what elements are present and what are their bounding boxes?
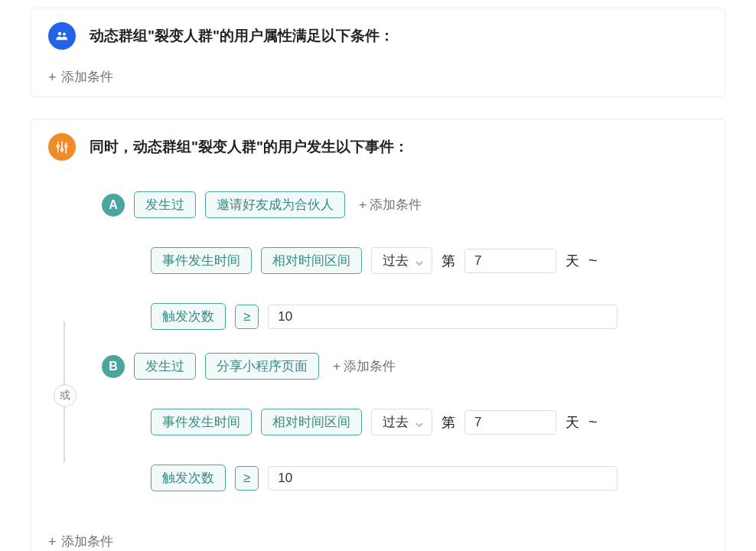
plus-icon: + xyxy=(48,70,57,84)
plus-icon: + xyxy=(333,359,341,374)
event-b-row3: 触发次数 ≥ xyxy=(151,465,618,491)
time-select-a[interactable]: 过去 xyxy=(371,247,432,274)
days-input-b[interactable] xyxy=(464,410,556,435)
chevron-down-icon xyxy=(415,256,424,266)
people-icon xyxy=(48,22,76,50)
ordinal-label-b: 第 xyxy=(442,413,455,432)
attributes-title: 动态群组"裂变人群"的用户属性满足以下条件： xyxy=(90,26,394,46)
event-a-row1: A 发生过 邀请好友成为合伙人 + 添加条件 xyxy=(102,191,618,218)
time-select-value-b: 过去 xyxy=(383,413,409,431)
chevron-down-icon xyxy=(415,418,424,427)
add-subcondition-label-b: 添加条件 xyxy=(344,357,396,375)
event-name-tag-a[interactable]: 邀请好友成为合伙人 xyxy=(205,191,345,218)
events-body: A 发生过 邀请好友成为合伙人 + 添加条件 事件发生时间 相对时间区间 过去 … xyxy=(31,168,725,522)
or-badge: 或 xyxy=(54,384,77,407)
event-block-b: B 发生过 分享小程序页面 + 添加条件 事件发生时间 相对时间区间 过去 第 … xyxy=(102,353,618,491)
time-select-value-a: 过去 xyxy=(383,252,409,269)
operator-tag-a[interactable]: ≥ xyxy=(235,305,259,329)
range-separator-b: ~ xyxy=(588,413,598,431)
ordinal-label-a: 第 xyxy=(442,252,455,270)
plus-icon: + xyxy=(359,197,367,213)
event-block-a: A 发生过 邀请好友成为合伙人 + 添加条件 事件发生时间 相对时间区间 过去 … xyxy=(102,191,618,330)
add-event-condition-label: 添加条件 xyxy=(61,533,113,550)
add-subcondition-b[interactable]: + 添加条件 xyxy=(333,357,396,375)
event-letter-b: B xyxy=(102,355,125,378)
days-unit-a: 天 xyxy=(565,252,579,270)
trigger-value-input-a[interactable] xyxy=(268,305,618,329)
time-mode-tag-b[interactable]: 相对时间区间 xyxy=(261,409,362,435)
add-subcondition-a[interactable]: + 添加条件 xyxy=(359,196,422,214)
event-name-tag-b[interactable]: 分享小程序页面 xyxy=(205,353,319,380)
occurred-tag-a[interactable]: 发生过 xyxy=(134,191,196,218)
trigger-value-input-b[interactable] xyxy=(268,466,618,491)
trigger-count-tag-b[interactable]: 触发次数 xyxy=(151,465,226,491)
days-input-a[interactable] xyxy=(464,249,556,273)
time-select-b[interactable]: 过去 xyxy=(371,409,432,435)
time-label-tag-b[interactable]: 事件发生时间 xyxy=(151,409,252,435)
events-header: 同时，动态群组"裂变人群"的用户发生以下事件： xyxy=(31,119,725,168)
add-attribute-condition[interactable]: + 添加条件 xyxy=(31,57,130,96)
time-mode-tag-a[interactable]: 相对时间区间 xyxy=(261,247,362,274)
time-label-tag-a[interactable]: 事件发生时间 xyxy=(151,247,252,274)
event-b-row1: B 发生过 分享小程序页面 + 添加条件 xyxy=(102,353,618,380)
trigger-count-tag-a[interactable]: 触发次数 xyxy=(151,303,226,330)
add-subcondition-label-a: 添加条件 xyxy=(370,196,422,214)
event-b-row2: 事件发生时间 相对时间区间 过去 第 天 ~ xyxy=(151,409,618,435)
range-separator-a: ~ xyxy=(588,252,598,269)
events-title: 同时，动态群组"裂变人群"的用户发生以下事件： xyxy=(90,137,409,157)
add-attribute-label: 添加条件 xyxy=(61,68,113,86)
days-unit-b: 天 xyxy=(565,413,579,432)
attributes-panel: 动态群组"裂变人群"的用户属性满足以下条件： + 添加条件 xyxy=(31,8,725,97)
event-letter-a: A xyxy=(102,194,125,217)
event-a-row2: 事件发生时间 相对时间区间 过去 第 天 ~ xyxy=(151,247,618,274)
add-event-condition[interactable]: + 添加条件 xyxy=(31,522,130,551)
attributes-header: 动态群组"裂变人群"的用户属性满足以下条件： xyxy=(31,8,725,57)
event-a-row3: 触发次数 ≥ xyxy=(151,303,618,330)
sliders-icon xyxy=(48,133,76,161)
occurred-tag-b[interactable]: 发生过 xyxy=(134,353,196,380)
events-panel: 同时，动态群组"裂变人群"的用户发生以下事件： 或 A 发生过 邀请好友成为合伙… xyxy=(31,119,725,551)
plus-icon: + xyxy=(48,535,57,549)
operator-tag-b[interactable]: ≥ xyxy=(235,466,259,491)
